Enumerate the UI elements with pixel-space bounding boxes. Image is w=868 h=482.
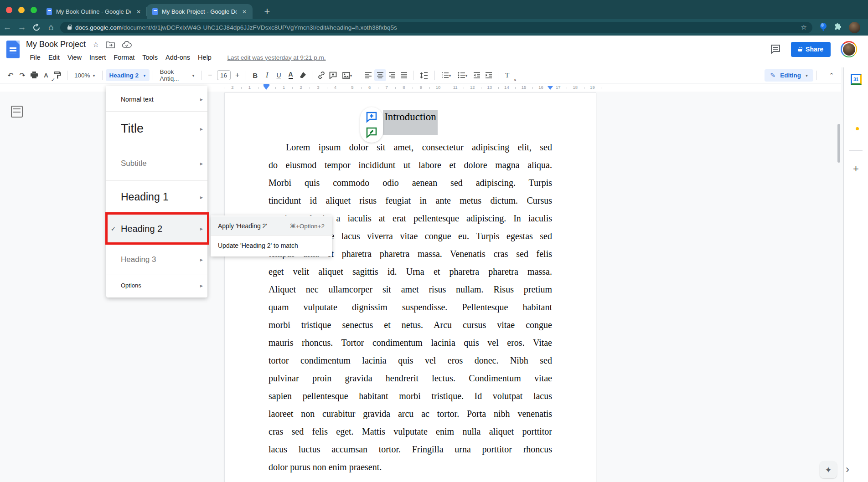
align-right-button[interactable] (386, 69, 398, 81)
document-body[interactable]: Lorem ipsum dolor sit amet, consectetur … (269, 138, 552, 476)
bulleted-list-button[interactable]: ▾ (455, 69, 471, 81)
move-folder-icon[interactable] (106, 41, 115, 48)
styles-menu-item[interactable]: ✓ Title ▸ (106, 111, 207, 146)
browser-avatar[interactable] (849, 22, 860, 33)
body-text-line[interactable]: Morbi quis commodo odio aenean sed adipi… (269, 174, 552, 192)
reload-button[interactable] (29, 24, 44, 31)
bookmark-star-icon[interactable]: ☆ (801, 23, 807, 31)
body-text-line[interactable]: Aliquet nec ullamcorper sit amet risus n… (269, 281, 552, 298)
decrease-indent-button[interactable] (471, 69, 483, 81)
tab-close-icon[interactable]: ✕ (135, 8, 142, 15)
menubar-item[interactable]: Edit (44, 53, 63, 62)
zoom-window-button[interactable] (31, 7, 37, 13)
document-page[interactable]: Introduction Lorem ipsum dolor sit amet,… (224, 92, 596, 482)
add-comment-button[interactable] (327, 69, 339, 81)
menubar-item[interactable]: View (63, 53, 85, 62)
calendar-icon[interactable]: 31 (851, 74, 862, 85)
body-text-line[interactable]: sapien pellentesque habitant morbi trist… (269, 387, 552, 405)
line-spacing-button[interactable] (417, 69, 431, 81)
body-text-line[interactable]: morbi tristique senectus et netus. Arcu … (269, 316, 552, 334)
docs-app-icon[interactable] (6, 41, 20, 58)
suggest-edits-margin-icon[interactable] (366, 127, 377, 138)
increase-indent-button[interactable] (483, 69, 495, 81)
left-indent-marker[interactable] (264, 86, 269, 90)
url-bar[interactable]: docs.google.com /document/d/1jwDCFxIxW4G… (60, 22, 812, 33)
spellcheck-button[interactable]: A✓ (40, 69, 52, 81)
body-text-line[interactable]: do eiusmod tempor incididunt ut labore e… (269, 156, 552, 174)
menubar-item[interactable]: Add-ons (162, 53, 194, 62)
numbered-list-button[interactable]: ▾ (438, 69, 455, 81)
align-center-button[interactable] (374, 69, 386, 81)
print-button[interactable] (28, 69, 40, 81)
styles-select[interactable]: Heading 2 ▾ (106, 69, 150, 81)
align-left-button[interactable] (362, 69, 374, 81)
body-text-line[interactable]: mauris rhoncus. Tortor condimentum lacin… (269, 334, 552, 352)
menubar-item[interactable]: Insert (86, 53, 110, 62)
styles-menu-item[interactable]: ✓ Heading 1 ▸ (106, 180, 207, 213)
text-color-button[interactable]: A (285, 69, 297, 81)
body-text-line[interactable]: Lorem ipsum dolor sit amet, consectetur … (269, 138, 552, 156)
get-addons-button[interactable]: + (853, 163, 859, 175)
back-button[interactable]: ← (0, 22, 15, 32)
font-size-field[interactable]: 16 (217, 70, 231, 80)
browser-tab[interactable]: My Book Project - Google Doc ✕ (147, 4, 253, 19)
body-text-line[interactable]: eget velit aliquet sagittis id. Urna et … (269, 263, 552, 281)
styles-menu-item[interactable]: ✓ Heading 2 ▸ (106, 213, 207, 244)
star-doc-icon[interactable]: ☆ (93, 40, 99, 49)
close-panel-chevron-icon[interactable]: › (846, 463, 849, 476)
body-text-line[interactable]: quam vulputate dignissim suspendisse. Pe… (269, 298, 552, 316)
zoom-select[interactable]: 100% ▾ (71, 69, 99, 81)
clear-formatting-button[interactable]: Tx (501, 69, 513, 81)
close-window-button[interactable] (6, 7, 12, 13)
home-button[interactable]: ⌂ (44, 22, 58, 32)
scrollbar-thumb[interactable] (837, 124, 840, 163)
submenu-item[interactable]: Apply 'Heading 2' ⌘+Option+2 (211, 216, 332, 235)
open-comments-icon[interactable] (770, 44, 781, 55)
account-avatar[interactable] (841, 41, 857, 57)
body-text-line[interactable]: cras sed felis eget. Mattis vulputate en… (269, 423, 552, 441)
menubar-item[interactable]: Help (194, 53, 216, 62)
show-outline-button[interactable] (11, 106, 23, 118)
insert-link-button[interactable] (315, 69, 327, 81)
highlight-color-button[interactable] (297, 69, 309, 81)
new-tab-button[interactable]: + (261, 5, 274, 17)
undo-button[interactable]: ↶ (5, 69, 16, 81)
add-comment-margin-icon[interactable] (366, 111, 377, 123)
increase-font-size-button[interactable]: + (232, 71, 243, 79)
selected-heading-text[interactable]: Introduction (383, 110, 438, 135)
underline-button[interactable]: U (273, 69, 285, 81)
menubar-item[interactable]: Format (110, 53, 139, 62)
document-heading[interactable]: Introduction (225, 110, 596, 135)
share-button[interactable]: Share (791, 42, 831, 57)
hide-menus-button[interactable]: ⌃ (825, 72, 838, 79)
body-text-line[interactable]: tortor condimentum lacinia quis vel eros… (269, 352, 552, 369)
body-text-line[interactable]: pulvinar proin gravida hendrerit lectus.… (269, 369, 552, 387)
styles-menu-item[interactable]: ✓ Heading 3 ▸ (106, 244, 207, 275)
right-indent-marker[interactable] (548, 86, 553, 90)
body-text-line[interactable]: dolor purus non enim praesent. (269, 458, 552, 476)
styles-menu-item[interactable]: ✓ Normal text ▸ (106, 87, 207, 111)
tab-close-icon[interactable]: ✕ (241, 8, 248, 15)
body-text-line[interactable]: tincidunt id aliquet risus feugiat in an… (269, 192, 552, 210)
browser-menu-icon[interactable] (866, 24, 868, 31)
italic-button[interactable]: I (261, 69, 273, 81)
forward-button[interactable]: → (15, 22, 29, 32)
font-select[interactable]: Book Antiq... ▾ (156, 69, 198, 81)
menubar-item[interactable]: File (26, 53, 44, 62)
last-edit-link[interactable]: Last edit was yesterday at 9:21 p.m. (227, 54, 326, 61)
submenu-item[interactable]: Update 'Heading 2' to match (211, 235, 332, 256)
styles-menu-item[interactable]: ✓ Options ▸ (106, 275, 207, 296)
bold-button[interactable]: B (249, 69, 261, 81)
decrease-font-size-button[interactable]: − (205, 71, 215, 79)
extension-balloon-icon[interactable] (819, 22, 828, 32)
explore-button[interactable]: ✦ (820, 461, 837, 478)
insert-image-button[interactable]: ▾ (339, 69, 356, 81)
redo-button[interactable]: ↷ (16, 69, 28, 81)
browser-tab[interactable]: My Book Outline - Google Doc ✕ (41, 4, 147, 19)
editing-mode-select[interactable]: ✎ Editing ▾ (765, 69, 813, 82)
styles-menu-item[interactable]: ✓ Subtitle ▸ (106, 146, 207, 180)
doc-title[interactable]: My Book Project (26, 40, 86, 49)
justify-button[interactable] (398, 69, 410, 81)
minimize-window-button[interactable] (18, 7, 25, 13)
extensions-puzzle-icon[interactable] (833, 22, 843, 32)
